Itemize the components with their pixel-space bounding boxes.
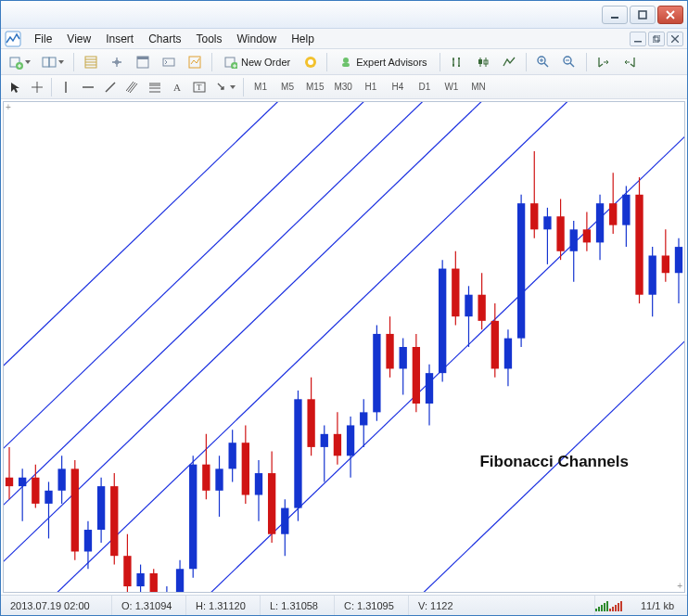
status-close: C: 1.31095 <box>335 596 409 615</box>
strategy-tester-button[interactable] <box>184 52 206 72</box>
svg-rect-69 <box>215 468 223 490</box>
horizontal-line-button[interactable] <box>78 77 98 97</box>
svg-rect-53 <box>110 486 118 556</box>
svg-rect-137 <box>662 255 669 273</box>
svg-rect-131 <box>622 195 630 225</box>
svg-rect-101 <box>426 373 433 404</box>
svg-rect-73 <box>242 443 249 494</box>
svg-rect-14 <box>163 58 174 66</box>
svg-rect-4 <box>653 37 658 43</box>
status-low: L: 1.31058 <box>261 596 335 615</box>
timeframe-m5[interactable]: M5 <box>274 78 300 96</box>
svg-rect-107 <box>465 295 472 316</box>
titlebar[interactable] <box>1 1 687 29</box>
terminal-button[interactable] <box>158 52 180 72</box>
menu-help[interactable]: Help <box>284 31 322 47</box>
svg-rect-115 <box>517 203 525 338</box>
status-connection: 11/1 kb <box>631 596 687 615</box>
svg-rect-93 <box>373 334 380 412</box>
menu-charts[interactable]: Charts <box>141 31 188 47</box>
line-chart-button[interactable] <box>498 52 520 72</box>
bar-chart-button[interactable] <box>446 52 468 72</box>
svg-rect-91 <box>360 412 367 425</box>
timeframe-m30[interactable]: M30 <box>329 78 356 96</box>
new-order-label: New Order <box>241 57 290 68</box>
new-order-button[interactable]: New Order <box>218 52 297 72</box>
svg-rect-3 <box>634 41 642 43</box>
svg-rect-8 <box>43 58 49 67</box>
chart-corner-icon: + <box>677 582 682 591</box>
svg-rect-133 <box>635 195 643 295</box>
svg-rect-83 <box>307 399 314 447</box>
close-button[interactable] <box>657 6 683 24</box>
profiles-button[interactable] <box>38 52 68 72</box>
data-window-button[interactable] <box>132 52 154 72</box>
svg-rect-67 <box>202 465 210 491</box>
svg-line-29 <box>4 102 684 592</box>
minimize-button[interactable] <box>602 6 628 24</box>
zoom-in-button[interactable] <box>532 52 554 72</box>
menu-file[interactable]: File <box>27 31 59 47</box>
svg-rect-81 <box>294 399 301 507</box>
timeframe-h1[interactable]: H1 <box>358 78 384 96</box>
svg-rect-37 <box>6 478 13 486</box>
equidistant-channel-button[interactable] <box>122 77 143 97</box>
svg-text:T: T <box>197 83 202 92</box>
chart-canvas[interactable] <box>4 102 684 592</box>
svg-point-20 <box>343 58 349 63</box>
maximize-button[interactable] <box>630 6 656 24</box>
svg-rect-113 <box>504 339 512 369</box>
text-button[interactable]: A <box>167 77 187 97</box>
timeframe-mn[interactable]: MN <box>465 78 491 96</box>
chart-area[interactable]: Fibonacci Channels + + <box>3 101 685 593</box>
svg-rect-5 <box>655 35 660 41</box>
fibonacci-button[interactable] <box>145 77 165 97</box>
timeframe-h4[interactable]: H4 <box>385 78 411 96</box>
svg-line-33 <box>4 102 684 592</box>
market-watch-button[interactable] <box>80 52 102 72</box>
svg-rect-105 <box>452 269 459 317</box>
zoom-out-button[interactable] <box>558 52 580 72</box>
auto-scroll-button[interactable] <box>592 52 615 72</box>
svg-line-34 <box>4 102 684 592</box>
svg-rect-9 <box>49 58 56 67</box>
trendline-button[interactable] <box>100 77 121 97</box>
app-icon <box>5 31 21 47</box>
text-label-button[interactable]: T <box>189 77 210 97</box>
svg-rect-15 <box>189 57 200 68</box>
svg-rect-95 <box>386 334 393 369</box>
main-toolbar: New Order Expert Advisors <box>1 49 687 75</box>
svg-rect-65 <box>189 465 197 570</box>
connection-icon <box>595 600 626 611</box>
svg-rect-1 <box>639 11 646 19</box>
svg-line-35 <box>4 102 684 592</box>
expert-advisors-button[interactable]: Expert Advisors <box>333 52 433 72</box>
mdi-restore-button[interactable] <box>648 32 665 46</box>
timeframe-m15[interactable]: M15 <box>301 78 328 96</box>
crosshair-button[interactable] <box>27 77 47 97</box>
cursor-button[interactable] <box>5 77 25 97</box>
timeframe-m1[interactable]: M1 <box>248 78 274 96</box>
mdi-close-button[interactable] <box>667 32 683 46</box>
svg-rect-22 <box>478 59 482 64</box>
metaquotes-button[interactable] <box>300 52 321 72</box>
candlestick-chart-button[interactable] <box>472 52 494 72</box>
svg-rect-97 <box>400 347 407 368</box>
mdi-minimize-button[interactable] <box>630 32 646 46</box>
menu-items: FileViewInsertChartsToolsWindowHelp <box>27 31 322 47</box>
app-window: FileViewInsertChartsToolsWindowHelp New … <box>0 0 688 616</box>
arrows-button[interactable] <box>211 77 239 97</box>
expert-advisors-label: Expert Advisors <box>356 57 427 68</box>
navigator-button[interactable] <box>106 52 128 72</box>
timeframe-w1[interactable]: W1 <box>439 78 465 96</box>
chart-shift-button[interactable] <box>618 52 641 72</box>
vertical-line-button[interactable] <box>56 77 76 97</box>
menu-insert[interactable]: Insert <box>98 31 141 47</box>
new-chart-button[interactable] <box>5 52 34 72</box>
menu-tools[interactable]: Tools <box>189 31 230 47</box>
timeframe-d1[interactable]: D1 <box>412 78 438 96</box>
menu-window[interactable]: Window <box>230 31 285 47</box>
svg-rect-75 <box>255 473 262 494</box>
menu-view[interactable]: View <box>59 31 98 47</box>
svg-rect-2 <box>6 32 20 46</box>
